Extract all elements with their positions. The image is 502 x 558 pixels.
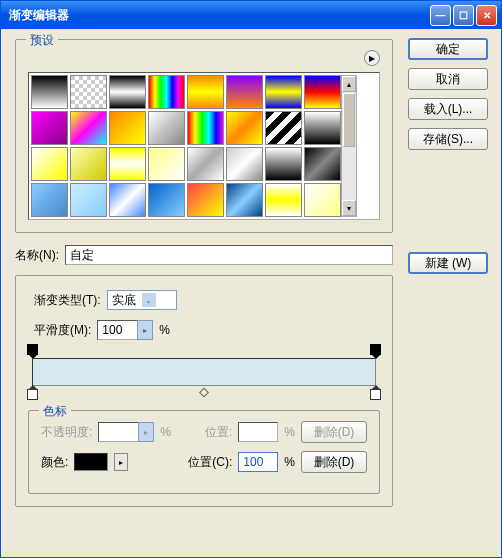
color-label: 颜色: bbox=[41, 454, 68, 471]
delete-color-stop-button[interactable]: 删除(D) bbox=[301, 451, 367, 473]
scroll-up-button[interactable]: ▴ bbox=[342, 76, 356, 92]
preset-swatch[interactable] bbox=[187, 75, 224, 109]
close-button[interactable]: ✕ bbox=[476, 5, 497, 26]
titlebar[interactable]: 渐变编辑器 — ☐ ✕ bbox=[1, 1, 501, 29]
preset-swatch[interactable] bbox=[226, 147, 263, 181]
position2-input[interactable] bbox=[238, 452, 278, 472]
preset-swatch[interactable] bbox=[70, 111, 107, 145]
scroll-thumb[interactable] bbox=[343, 93, 355, 147]
gradient-bar[interactable] bbox=[32, 358, 376, 386]
preset-swatch[interactable] bbox=[187, 111, 224, 145]
preset-swatch[interactable] bbox=[265, 111, 302, 145]
new-button[interactable]: 新建 (W) bbox=[408, 252, 488, 274]
color-stop-left[interactable] bbox=[27, 386, 38, 400]
preset-swatch[interactable] bbox=[304, 147, 341, 181]
maximize-button[interactable]: ☐ bbox=[453, 5, 474, 26]
opacity-spinner: ▸ bbox=[98, 422, 154, 442]
preset-swatch[interactable] bbox=[70, 183, 107, 217]
stops-fieldset: 色标 不透明度: ▸ % 位置: % 删除(D bbox=[28, 410, 380, 494]
opacity-stop-right[interactable] bbox=[370, 344, 381, 358]
preset-swatch[interactable] bbox=[109, 75, 146, 109]
color-swatch[interactable] bbox=[74, 453, 108, 471]
position2-unit: % bbox=[284, 455, 295, 469]
smoothness-spinner[interactable]: ▸ bbox=[97, 320, 153, 340]
name-label: 名称(N): bbox=[15, 247, 59, 264]
position1-label: 位置: bbox=[205, 424, 232, 441]
preset-swatch[interactable] bbox=[265, 183, 302, 217]
preset-swatch[interactable] bbox=[31, 183, 68, 217]
gradient-type-value: 实底 bbox=[112, 292, 136, 309]
presets-fieldset: 预设 ▶ ▴ ▾ bbox=[15, 39, 393, 233]
preset-swatch[interactable] bbox=[70, 75, 107, 109]
stops-legend: 色标 bbox=[39, 403, 71, 420]
preset-swatch[interactable] bbox=[31, 75, 68, 109]
preset-swatch[interactable] bbox=[265, 147, 302, 181]
gradient-editor-window: 渐变编辑器 — ☐ ✕ 预设 ▶ ▴ bbox=[0, 0, 502, 558]
gradient-type-select[interactable]: 实底 ⌄ bbox=[107, 290, 177, 310]
gradient-type-label: 渐变类型(T): bbox=[34, 292, 101, 309]
preset-swatch[interactable] bbox=[187, 183, 224, 217]
chevron-right-icon[interactable]: ▸ bbox=[137, 320, 153, 340]
preset-swatch[interactable] bbox=[109, 147, 146, 181]
preset-swatch[interactable] bbox=[304, 111, 341, 145]
presets-menu-button[interactable]: ▶ bbox=[364, 50, 380, 66]
midpoint-marker[interactable] bbox=[199, 388, 209, 398]
preset-swatch[interactable] bbox=[265, 75, 302, 109]
delete-opacity-stop-button: 删除(D) bbox=[301, 421, 367, 443]
position1-input bbox=[238, 422, 278, 442]
preset-swatch[interactable] bbox=[148, 183, 185, 217]
load-button[interactable]: 载入(L)... bbox=[408, 98, 488, 120]
preset-swatch[interactable] bbox=[109, 111, 146, 145]
smoothness-label: 平滑度(M): bbox=[34, 322, 91, 339]
preset-swatch[interactable] bbox=[148, 147, 185, 181]
presets-scrollbar[interactable]: ▴ ▾ bbox=[341, 75, 357, 217]
chevron-down-icon: ⌄ bbox=[142, 293, 156, 307]
preset-swatch[interactable] bbox=[109, 183, 146, 217]
preset-swatch[interactable] bbox=[304, 75, 341, 109]
opacity-label: 不透明度: bbox=[41, 424, 92, 441]
save-button[interactable]: 存储(S)... bbox=[408, 128, 488, 150]
position1-unit: % bbox=[284, 425, 295, 439]
gradient-bar-area bbox=[32, 358, 376, 386]
position2-label: 位置(C): bbox=[188, 454, 232, 471]
preset-swatch[interactable] bbox=[304, 183, 341, 217]
opacity-stop-left[interactable] bbox=[27, 344, 38, 358]
opacity-input bbox=[98, 422, 138, 442]
color-menu-button[interactable]: ▸ bbox=[114, 453, 128, 471]
ok-button[interactable]: 确定 bbox=[408, 38, 488, 60]
smoothness-unit: % bbox=[159, 323, 170, 337]
scroll-down-button[interactable]: ▾ bbox=[342, 200, 356, 216]
preset-swatch[interactable] bbox=[31, 111, 68, 145]
smoothness-input[interactable] bbox=[97, 320, 137, 340]
preset-swatch[interactable] bbox=[226, 75, 263, 109]
preset-swatch[interactable] bbox=[187, 147, 224, 181]
preset-swatch[interactable] bbox=[148, 75, 185, 109]
preset-swatch[interactable] bbox=[226, 111, 263, 145]
cancel-button[interactable]: 取消 bbox=[408, 68, 488, 90]
preset-swatch[interactable] bbox=[226, 183, 263, 217]
color-stop-right[interactable] bbox=[370, 386, 381, 400]
minimize-button[interactable]: — bbox=[430, 5, 451, 26]
chevron-right-icon: ▸ bbox=[138, 422, 154, 442]
window-title: 渐变编辑器 bbox=[9, 7, 430, 24]
preset-swatch[interactable] bbox=[148, 111, 185, 145]
opacity-unit: % bbox=[160, 425, 171, 439]
swatch-grid bbox=[31, 75, 341, 217]
preset-swatch[interactable] bbox=[31, 147, 68, 181]
presets-legend: 预设 bbox=[26, 32, 58, 49]
gradient-settings-fieldset: 渐变类型(T): 实底 ⌄ 平滑度(M): ▸ % bbox=[15, 275, 393, 507]
preset-swatch[interactable] bbox=[70, 147, 107, 181]
name-input[interactable] bbox=[65, 245, 393, 265]
